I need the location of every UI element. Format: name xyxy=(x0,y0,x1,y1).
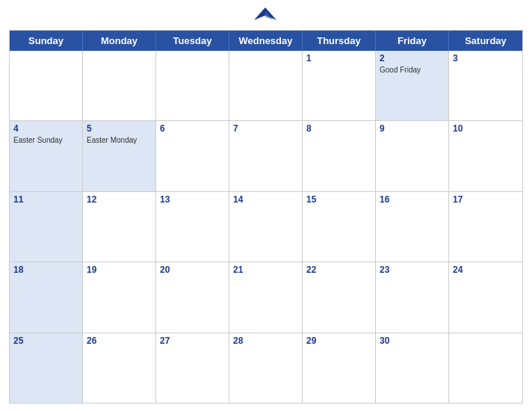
cal-cell-0-0 xyxy=(10,51,83,120)
cal-cell-3-1: 19 xyxy=(83,262,156,332)
week-row-0: 12Good Friday3 xyxy=(10,51,522,121)
day-number: 8 xyxy=(306,123,371,135)
cal-cell-3-2: 20 xyxy=(156,262,229,332)
day-number: 3 xyxy=(453,53,519,65)
logo-icon xyxy=(254,7,276,25)
cal-cell-2-2: 13 xyxy=(156,192,229,262)
header-day-friday: Friday xyxy=(376,31,449,51)
cal-cell-1-0: 4Easter Sunday xyxy=(10,121,83,191)
cal-cell-2-0: 11 xyxy=(10,192,83,262)
cal-cell-4-2: 27 xyxy=(156,333,229,403)
header-day-wednesday: Wednesday xyxy=(229,31,303,51)
cal-cell-2-6: 17 xyxy=(449,192,522,262)
day-number: 28 xyxy=(233,336,298,347)
week-row-4: 252627282930 xyxy=(10,333,522,403)
day-number: 26 xyxy=(87,336,152,347)
week-row-1: 4Easter Sunday5Easter Monday678910 xyxy=(10,121,522,191)
calendar: SundayMondayTuesdayWednesdayThursdayFrid… xyxy=(9,30,523,404)
cal-cell-3-3: 21 xyxy=(229,262,303,332)
day-number: 6 xyxy=(160,123,225,135)
day-number: 2 xyxy=(380,53,445,65)
day-event: Easter Sunday xyxy=(13,136,78,144)
cal-cell-0-5: 2Good Friday xyxy=(376,51,449,120)
cal-cell-1-1: 5Easter Monday xyxy=(83,121,156,191)
cal-cell-3-6: 24 xyxy=(449,262,522,332)
day-number: 1 xyxy=(306,53,371,65)
day-number: 12 xyxy=(87,194,152,206)
cal-cell-2-1: 12 xyxy=(83,192,156,262)
cal-cell-4-1: 26 xyxy=(83,333,156,403)
cal-cell-0-4: 1 xyxy=(303,51,376,120)
cal-cell-0-2 xyxy=(156,51,229,120)
day-number: 10 xyxy=(453,123,519,135)
cal-cell-4-3: 28 xyxy=(229,333,303,403)
cal-cell-2-5: 16 xyxy=(376,192,449,262)
cal-cell-1-4: 8 xyxy=(303,121,376,191)
page: SundayMondayTuesdayWednesdayThursdayFrid… xyxy=(0,0,532,411)
day-number: 16 xyxy=(380,194,445,206)
calendar-body: 12Good Friday34Easter Sunday5Easter Mond… xyxy=(10,51,522,403)
cal-cell-3-4: 22 xyxy=(303,262,376,332)
week-row-3: 18192021222324 xyxy=(10,262,522,333)
cal-cell-1-3: 7 xyxy=(229,121,303,191)
day-number: 22 xyxy=(306,265,371,276)
cal-cell-2-3: 14 xyxy=(229,192,303,262)
day-number: 4 xyxy=(13,123,78,135)
day-number: 27 xyxy=(160,336,225,347)
day-number: 14 xyxy=(233,194,298,206)
cal-cell-1-5: 9 xyxy=(376,121,449,191)
header xyxy=(9,7,523,25)
cal-cell-0-1 xyxy=(83,51,156,120)
day-number: 7 xyxy=(233,123,298,135)
cal-cell-1-6: 10 xyxy=(449,121,522,191)
day-event: Easter Monday xyxy=(87,136,152,144)
cal-cell-0-6: 3 xyxy=(449,51,522,120)
cal-cell-4-0: 25 xyxy=(10,333,83,403)
day-number: 30 xyxy=(380,336,445,347)
day-number: 25 xyxy=(13,336,78,347)
cal-cell-4-6 xyxy=(449,333,522,403)
day-event: Good Friday xyxy=(380,66,445,74)
cal-cell-3-5: 23 xyxy=(376,262,449,332)
day-number: 23 xyxy=(380,265,445,276)
day-number: 5 xyxy=(87,123,152,135)
header-day-sunday: Sunday xyxy=(10,31,83,51)
header-day-saturday: Saturday xyxy=(449,31,522,51)
day-number: 24 xyxy=(453,265,519,276)
day-number: 15 xyxy=(306,194,371,206)
logo xyxy=(254,7,278,25)
header-day-tuesday: Tuesday xyxy=(156,31,229,51)
cal-cell-3-0: 18 xyxy=(10,262,83,332)
day-number: 21 xyxy=(233,265,298,276)
cal-cell-4-4: 29 xyxy=(303,333,376,403)
header-day-monday: Monday xyxy=(83,31,156,51)
day-number: 13 xyxy=(160,194,225,206)
cal-cell-1-2: 6 xyxy=(156,121,229,191)
day-number: 29 xyxy=(306,336,371,347)
week-row-2: 11121314151617 xyxy=(10,192,522,262)
day-number: 19 xyxy=(87,265,152,276)
calendar-header: SundayMondayTuesdayWednesdayThursdayFrid… xyxy=(10,31,522,51)
day-number: 9 xyxy=(380,123,445,135)
cal-cell-4-5: 30 xyxy=(376,333,449,403)
cal-cell-2-4: 15 xyxy=(303,192,376,262)
header-day-thursday: Thursday xyxy=(303,31,376,51)
cal-cell-0-3 xyxy=(229,51,303,120)
day-number: 20 xyxy=(160,265,225,276)
day-number: 11 xyxy=(13,194,78,206)
day-number: 17 xyxy=(453,194,519,206)
day-number: 18 xyxy=(13,265,78,276)
